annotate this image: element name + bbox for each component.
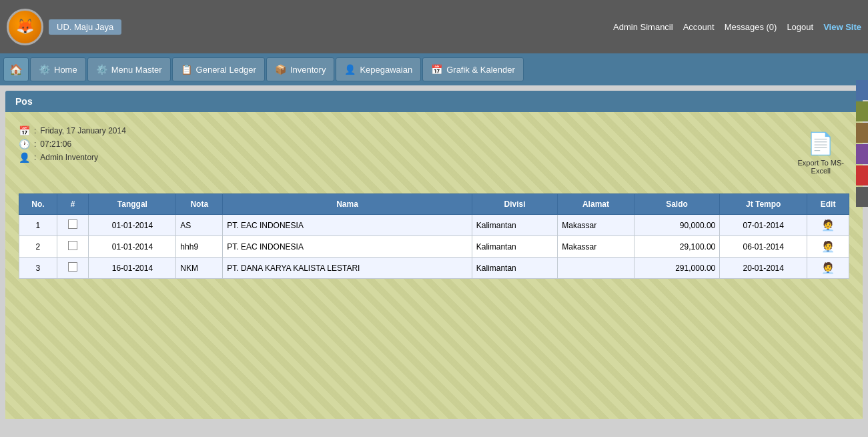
cell-tanggal: 01-01-2014 (89, 236, 176, 258)
cell-edit[interactable]: 🧑‍💼 (807, 236, 849, 258)
export-label: Export To MS-Excell (798, 159, 845, 175)
logo-area: 🦊 UD. Maju Jaya (7, 9, 121, 45)
info-left: 📅 : Friday, 17 January 2014 🕐 : 07:21:06… (19, 125, 126, 163)
nav-menu-master-label: Menu Master (111, 65, 162, 75)
info-section: 📅 : Friday, 17 January 2014 🕐 : 07:21:06… (19, 125, 849, 180)
table-row: 2 01-01-2014 hhh9 PT. EAC INDONESIA Kali… (19, 236, 849, 258)
time-separator: : (34, 139, 36, 149)
user-value: Admin Inventory (40, 153, 98, 162)
nav-item-grafik-kalender[interactable]: 📅 Grafik & Kalender (422, 57, 524, 81)
home-nav-button[interactable]: 🏠 (3, 57, 29, 81)
time-icon: 🕐 (19, 139, 30, 149)
export-button[interactable]: 📄 Export To MS-Excell (793, 125, 850, 180)
color-swatch-brown[interactable] (856, 123, 868, 143)
cell-alamat: Makassar (558, 215, 634, 236)
logout-link[interactable]: Logout (787, 22, 813, 32)
user-separator: : (34, 153, 36, 162)
cell-jt-tempo: 06-01-2014 (720, 236, 807, 258)
cell-checkbox[interactable] (57, 215, 89, 236)
view-site-link[interactable]: View Site (823, 22, 861, 32)
cell-nota: AS (176, 215, 223, 236)
user-icon: 👤 (19, 152, 30, 163)
col-no: No. (19, 194, 57, 215)
grafik-kalender-icon: 📅 (431, 64, 442, 75)
col-hash: # (57, 194, 89, 215)
cell-checkbox[interactable] (57, 258, 89, 279)
cell-saldo: 29,100.00 (634, 236, 720, 258)
cell-jt-tempo: 07-01-2014 (720, 215, 807, 236)
cell-nota: hhh9 (176, 236, 223, 258)
cell-divisi: Kalimantan (472, 258, 558, 279)
table-row: 1 01-01-2014 AS PT. EAC INDONESIA Kalima… (19, 215, 849, 236)
cell-edit[interactable]: 🧑‍💼 (807, 258, 849, 279)
nav-inventory-label: Inventory (290, 65, 326, 75)
time-value: 07:21:06 (40, 139, 71, 149)
cell-jt-tempo: 20-01-2014 (720, 258, 807, 279)
color-panel (856, 80, 868, 207)
top-bar: 🦊 UD. Maju Jaya Admin Simancil Account M… (0, 0, 868, 53)
color-swatch-olive[interactable] (856, 101, 868, 121)
edit-button[interactable]: 🧑‍💼 (821, 219, 835, 232)
admin-label: Admin Simancil (613, 22, 673, 32)
nav-item-inventory[interactable]: 📦 Inventory (266, 57, 334, 81)
color-swatch-gray[interactable] (856, 187, 868, 207)
account-link[interactable]: Account (683, 22, 715, 32)
nav-item-general-ledger[interactable]: 📋 General Ledger (172, 57, 265, 81)
main-content: 📅 : Friday, 17 January 2014 🕐 : 07:21:06… (5, 112, 863, 419)
edit-button[interactable]: 🧑‍💼 (821, 240, 835, 253)
inventory-icon: 📦 (275, 64, 286, 75)
cell-no: 2 (19, 236, 57, 258)
edit-button[interactable]: 🧑‍💼 (821, 262, 835, 274)
kepegawaian-icon: 👤 (344, 64, 356, 75)
cell-nama: PT. DANA KARYA KALISTA LESTARI (223, 258, 472, 279)
page-title: Pos (15, 96, 33, 107)
cell-nota: NKM (176, 258, 223, 279)
messages-link[interactable]: Messages (0) (725, 22, 777, 32)
nav-bar: 🏠 ⚙️ Home ⚙️ Menu Master 📋 General Ledge… (0, 53, 868, 85)
col-nota: Nota (176, 194, 223, 215)
col-alamat: Alamat (558, 194, 634, 215)
cell-no: 1 (19, 215, 57, 236)
cell-nama: PT. EAC INDONESIA (223, 236, 472, 258)
col-edit: Edit (807, 194, 849, 215)
cell-nama: PT. EAC INDONESIA (223, 215, 472, 236)
data-table: No. # Tanggal Nota Nama Divisi Alamat Sa… (19, 193, 849, 279)
col-divisi: Divisi (472, 194, 558, 215)
user-row: 👤 : Admin Inventory (19, 152, 126, 163)
table-header-row: No. # Tanggal Nota Nama Divisi Alamat Sa… (19, 194, 849, 215)
cell-divisi: Kalimantan (472, 215, 558, 236)
nav-grafik-kalender-label: Grafik & Kalender (446, 65, 515, 75)
date-icon: 📅 (19, 125, 30, 136)
date-value: Friday, 17 January 2014 (40, 126, 126, 135)
general-ledger-icon: 📋 (181, 64, 192, 75)
nav-item-home[interactable]: ⚙️ Home (30, 57, 86, 81)
page-title-bar: Pos (5, 91, 863, 112)
nav-home-label: Home (54, 65, 77, 75)
home-icon: ⚙️ (39, 64, 50, 75)
nav-general-ledger-label: General Ledger (196, 65, 256, 75)
cell-alamat: Makassar (558, 236, 634, 258)
cell-tanggal: 01-01-2014 (89, 215, 176, 236)
cell-checkbox[interactable] (57, 236, 89, 258)
logo-icon: 🦊 (7, 9, 43, 45)
col-saldo: Saldo (634, 194, 720, 215)
company-name: UD. Maju Jaya (49, 19, 121, 35)
nav-kepegawaian-label: Kepegawaian (360, 65, 412, 75)
col-nama: Nama (223, 194, 472, 215)
cell-edit[interactable]: 🧑‍💼 (807, 215, 849, 236)
cell-alamat (558, 258, 634, 279)
color-swatch-red[interactable] (856, 165, 868, 185)
top-right-links: Admin Simancil Account Messages (0) Logo… (613, 22, 861, 32)
date-row: 📅 : Friday, 17 January 2014 (19, 125, 126, 136)
table-row: 3 16-01-2014 NKM PT. DANA KARYA KALISTA … (19, 258, 849, 279)
color-swatch-blue[interactable] (856, 80, 868, 100)
col-jt-tempo: Jt Tempo (720, 194, 807, 215)
nav-item-menu-master[interactable]: ⚙️ Menu Master (87, 57, 171, 81)
col-tanggal: Tanggal (89, 194, 176, 215)
menu-master-icon: ⚙️ (96, 64, 107, 75)
nav-item-kepegawaian[interactable]: 👤 Kepegawaian (336, 57, 421, 81)
cell-tanggal: 16-01-2014 (89, 258, 176, 279)
cell-saldo: 90,000.00 (634, 215, 720, 236)
export-icon: 📄 (807, 131, 834, 156)
color-swatch-purple[interactable] (856, 144, 868, 164)
